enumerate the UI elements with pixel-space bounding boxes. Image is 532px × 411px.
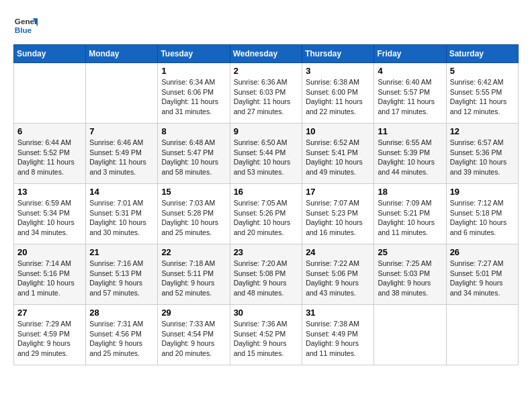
calendar-cell: 9 Sunrise: 6:50 AM Sunset: 5:44 PM Dayli…	[230, 124, 302, 184]
day-number: 2	[234, 66, 299, 76]
day-number: 11	[378, 126, 442, 136]
calendar-cell: 29 Sunrise: 7:33 AM Sunset: 4:54 PM Dayl…	[158, 305, 230, 365]
calendar-cell: 12 Sunrise: 6:57 AM Sunset: 5:36 PM Dayl…	[446, 124, 518, 184]
calendar-cell: 31 Sunrise: 7:38 AM Sunset: 4:49 PM Dayl…	[302, 305, 374, 365]
calendar-cell: 22 Sunrise: 7:18 AM Sunset: 5:11 PM Dayl…	[158, 244, 230, 305]
calendar-cell: 26 Sunrise: 7:27 AM Sunset: 5:01 PM Dayl…	[446, 244, 518, 305]
calendar-cell	[374, 305, 446, 365]
day-number: 22	[161, 247, 226, 257]
day-number: 5	[450, 66, 515, 76]
day-info: Sunrise: 6:36 AM Sunset: 6:03 PM Dayligh…	[234, 77, 299, 117]
calendar-cell: 7 Sunrise: 6:46 AM Sunset: 5:49 PM Dayli…	[86, 124, 158, 184]
day-number: 15	[161, 187, 226, 197]
calendar-cell: 25 Sunrise: 7:25 AM Sunset: 5:03 PM Dayl…	[374, 244, 446, 305]
day-number: 25	[378, 247, 442, 257]
day-number: 17	[306, 187, 370, 197]
day-info: Sunrise: 6:40 AM Sunset: 5:57 PM Dayligh…	[378, 77, 442, 117]
day-info: Sunrise: 7:01 AM Sunset: 5:31 PM Dayligh…	[89, 198, 154, 238]
day-info: Sunrise: 7:33 AM Sunset: 4:54 PM Dayligh…	[161, 319, 226, 359]
calendar-cell: 14 Sunrise: 7:01 AM Sunset: 5:31 PM Dayl…	[86, 184, 158, 244]
day-number: 1	[161, 66, 226, 76]
calendar-cell: 15 Sunrise: 7:03 AM Sunset: 5:28 PM Dayl…	[158, 184, 230, 244]
day-info: Sunrise: 7:31 AM Sunset: 4:56 PM Dayligh…	[89, 319, 154, 359]
day-of-week-header: Tuesday	[158, 45, 230, 63]
calendar-cell: 17 Sunrise: 7:07 AM Sunset: 5:23 PM Dayl…	[302, 184, 374, 244]
day-of-week-header: Monday	[86, 45, 158, 63]
day-of-week-header: Sunday	[14, 45, 86, 63]
day-info: Sunrise: 7:38 AM Sunset: 4:49 PM Dayligh…	[306, 319, 370, 359]
day-info: Sunrise: 6:50 AM Sunset: 5:44 PM Dayligh…	[234, 138, 299, 177]
day-of-week-header: Friday	[374, 45, 446, 63]
day-info: Sunrise: 7:18 AM Sunset: 5:11 PM Dayligh…	[161, 259, 226, 298]
calendar-table: SundayMondayTuesdayWednesdayThursdayFrid…	[13, 44, 519, 365]
calendar-cell: 2 Sunrise: 6:36 AM Sunset: 6:03 PM Dayli…	[230, 63, 302, 124]
day-number: 13	[17, 187, 82, 197]
day-number: 23	[234, 247, 299, 257]
day-number: 4	[378, 66, 442, 76]
calendar-cell: 27 Sunrise: 7:29 AM Sunset: 4:59 PM Dayl…	[14, 305, 86, 365]
day-info: Sunrise: 6:34 AM Sunset: 6:06 PM Dayligh…	[161, 77, 226, 117]
day-info: Sunrise: 7:20 AM Sunset: 5:08 PM Dayligh…	[234, 259, 299, 298]
day-info: Sunrise: 7:05 AM Sunset: 5:26 PM Dayligh…	[234, 198, 299, 238]
day-of-week-header: Wednesday	[230, 45, 302, 63]
day-info: Sunrise: 6:42 AM Sunset: 5:55 PM Dayligh…	[450, 77, 515, 117]
day-info: Sunrise: 6:44 AM Sunset: 5:52 PM Dayligh…	[17, 138, 82, 177]
calendar-cell	[14, 63, 86, 124]
calendar-cell: 23 Sunrise: 7:20 AM Sunset: 5:08 PM Dayl…	[230, 244, 302, 305]
day-info: Sunrise: 7:36 AM Sunset: 4:52 PM Dayligh…	[234, 319, 299, 359]
day-info: Sunrise: 7:29 AM Sunset: 4:59 PM Dayligh…	[17, 319, 82, 359]
day-info: Sunrise: 7:03 AM Sunset: 5:28 PM Dayligh…	[161, 198, 226, 238]
calendar-cell: 28 Sunrise: 7:31 AM Sunset: 4:56 PM Dayl…	[86, 305, 158, 365]
day-number: 6	[17, 126, 82, 136]
calendar-cell	[446, 305, 518, 365]
day-number: 24	[306, 247, 370, 257]
day-number: 20	[17, 247, 82, 257]
calendar-cell: 3 Sunrise: 6:38 AM Sunset: 6:00 PM Dayli…	[302, 63, 374, 124]
day-info: Sunrise: 7:14 AM Sunset: 5:16 PM Dayligh…	[17, 259, 82, 298]
day-info: Sunrise: 7:25 AM Sunset: 5:03 PM Dayligh…	[378, 259, 442, 298]
calendar-cell: 13 Sunrise: 6:59 AM Sunset: 5:34 PM Dayl…	[14, 184, 86, 244]
calendar-cell: 20 Sunrise: 7:14 AM Sunset: 5:16 PM Dayl…	[14, 244, 86, 305]
day-info: Sunrise: 7:12 AM Sunset: 5:18 PM Dayligh…	[450, 198, 515, 238]
day-number: 9	[234, 126, 299, 136]
calendar-cell: 8 Sunrise: 6:48 AM Sunset: 5:47 PM Dayli…	[158, 124, 230, 184]
day-info: Sunrise: 7:16 AM Sunset: 5:13 PM Dayligh…	[89, 259, 154, 298]
day-number: 27	[17, 308, 82, 318]
svg-text:General: General	[15, 17, 38, 26]
day-info: Sunrise: 7:09 AM Sunset: 5:21 PM Dayligh…	[378, 198, 442, 238]
day-info: Sunrise: 6:57 AM Sunset: 5:36 PM Dayligh…	[450, 138, 515, 177]
day-number: 12	[450, 126, 515, 136]
day-number: 8	[161, 126, 226, 136]
day-number: 16	[234, 187, 299, 197]
day-info: Sunrise: 7:27 AM Sunset: 5:01 PM Dayligh…	[450, 259, 515, 298]
day-info: Sunrise: 6:55 AM Sunset: 5:39 PM Dayligh…	[378, 138, 442, 177]
day-number: 30	[234, 308, 299, 318]
day-number: 18	[378, 187, 442, 197]
day-number: 29	[161, 308, 226, 318]
calendar-cell: 24 Sunrise: 7:22 AM Sunset: 5:06 PM Dayl…	[302, 244, 374, 305]
calendar-cell: 4 Sunrise: 6:40 AM Sunset: 5:57 PM Dayli…	[374, 63, 446, 124]
calendar-cell: 6 Sunrise: 6:44 AM Sunset: 5:52 PM Dayli…	[14, 124, 86, 184]
day-number: 19	[450, 187, 515, 197]
day-number: 31	[306, 308, 370, 318]
day-number: 14	[89, 187, 154, 197]
day-info: Sunrise: 7:22 AM Sunset: 5:06 PM Dayligh…	[306, 259, 370, 298]
day-number: 21	[89, 247, 154, 257]
day-info: Sunrise: 6:52 AM Sunset: 5:41 PM Dayligh…	[306, 138, 370, 177]
day-info: Sunrise: 6:48 AM Sunset: 5:47 PM Dayligh…	[161, 138, 226, 177]
day-number: 26	[450, 247, 515, 257]
day-number: 7	[89, 126, 154, 136]
svg-text:Blue: Blue	[15, 26, 32, 34]
calendar-cell: 30 Sunrise: 7:36 AM Sunset: 4:52 PM Dayl…	[230, 305, 302, 365]
day-of-week-header: Saturday	[446, 45, 518, 63]
logo: General Blue	[13, 13, 38, 38]
calendar-cell: 11 Sunrise: 6:55 AM Sunset: 5:39 PM Dayl…	[374, 124, 446, 184]
day-of-week-header: Thursday	[302, 45, 374, 63]
calendar-cell: 1 Sunrise: 6:34 AM Sunset: 6:06 PM Dayli…	[158, 63, 230, 124]
calendar-cell: 18 Sunrise: 7:09 AM Sunset: 5:21 PM Dayl…	[374, 184, 446, 244]
calendar-cell: 19 Sunrise: 7:12 AM Sunset: 5:18 PM Dayl…	[446, 184, 518, 244]
day-info: Sunrise: 6:59 AM Sunset: 5:34 PM Dayligh…	[17, 198, 82, 238]
day-info: Sunrise: 6:38 AM Sunset: 6:00 PM Dayligh…	[306, 77, 370, 117]
calendar-cell: 21 Sunrise: 7:16 AM Sunset: 5:13 PM Dayl…	[86, 244, 158, 305]
calendar-cell: 5 Sunrise: 6:42 AM Sunset: 5:55 PM Dayli…	[446, 63, 518, 124]
